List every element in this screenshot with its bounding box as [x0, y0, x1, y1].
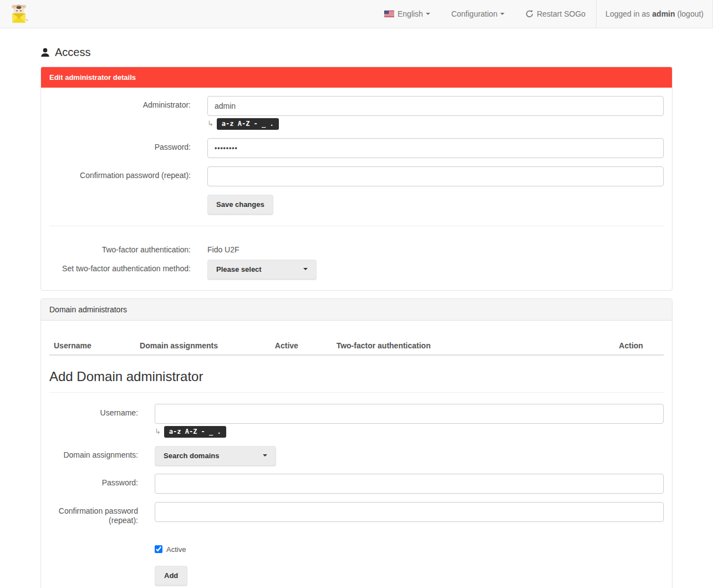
add-username-label: Username: — [49, 404, 155, 438]
add-button[interactable]: Add — [155, 566, 187, 585]
confirm-password-label: Confirmation password (repeat): — [49, 166, 207, 186]
configuration-label: Configuration — [451, 9, 497, 18]
col-header-username: Username — [49, 337, 135, 355]
save-changes-button[interactable]: Save changes — [207, 195, 273, 214]
hint-arrow-icon: ↳ — [207, 119, 213, 128]
add-password-label: Password: — [49, 474, 155, 494]
confirm-password-input[interactable] — [207, 166, 664, 186]
domain-admins-panel-heading: Domain administrators — [41, 299, 672, 321]
administrator-label: Administrator: — [49, 96, 207, 130]
tfa-method-select-label: Please select — [216, 265, 262, 273]
confirm-password-row: Confirmation password (repeat): — [49, 166, 664, 186]
restart-sogo-label: Restart SOGo — [537, 9, 585, 18]
add-confirm-password-input[interactable] — [155, 502, 664, 522]
chevron-down-icon — [426, 13, 430, 15]
access-title-text: Access — [55, 46, 90, 59]
edit-admin-panel: Edit administrator details Administrator… — [40, 67, 673, 291]
password-label: Password: — [49, 138, 207, 158]
tfa-method-row: Set two-factor authentication method: Pl… — [49, 260, 664, 279]
language-menu[interactable]: English — [374, 0, 441, 28]
tfa-method-select[interactable]: Please select — [207, 260, 317, 279]
add-domain-admin-title: Add Domain administrator — [49, 369, 664, 393]
domain-admins-panel: Domain administrators Username Domain as… — [40, 298, 673, 588]
add-password-row: Password: — [49, 474, 664, 494]
add-confirm-password-label: Confirmation password (repeat): — [49, 502, 155, 526]
add-bottom-row: Active Add — [49, 534, 664, 585]
username-allowed-chars-badge: a-z A-Z - _ . — [217, 118, 279, 130]
edit-admin-panel-heading: Edit administrator details — [41, 67, 672, 88]
password-row: Password: — [49, 138, 664, 158]
top-navbar: English Configuration Restart SOGo Logge… — [0, 0, 713, 28]
us-flag-icon — [384, 11, 394, 17]
chevron-down-icon — [500, 13, 505, 15]
restart-sogo-link[interactable]: Restart SOGo — [515, 0, 596, 28]
add-username-hint-row: ↳ a-z A-Z - _ . — [155, 426, 664, 438]
access-section-title: Access — [40, 46, 673, 59]
tfa-status-row: Two-factor authentication: Fido U2F — [49, 241, 664, 255]
hint-arrow-icon: ↳ — [155, 427, 161, 435]
password-input[interactable] — [207, 138, 664, 158]
chevron-down-icon — [303, 268, 308, 270]
administrator-input[interactable] — [207, 96, 664, 116]
add-username-allowed-chars-badge: a-z A-Z - _ . — [164, 426, 226, 438]
active-checkbox-label: Active — [166, 545, 186, 554]
add-domains-label: Domain assignments: — [49, 446, 155, 465]
domain-admins-table: Username Domain assignments Active Two-f… — [49, 337, 664, 356]
mailcow-logo[interactable] — [0, 0, 38, 28]
logged-in-user: admin — [652, 9, 675, 18]
edit-admin-panel-body: Administrator: ↳ a-z A-Z - _ . Password:… — [41, 88, 672, 290]
col-header-active: Active — [271, 337, 332, 355]
mailcow-logo-icon — [8, 2, 30, 26]
add-confirm-password-row: Confirmation password (repeat): — [49, 502, 664, 526]
active-checkbox[interactable] — [155, 545, 162, 553]
add-username-input[interactable] — [155, 404, 664, 424]
logged-in-status: Logged in as admin (logout) — [596, 0, 713, 28]
table-header-row: Username Domain assignments Active Two-f… — [49, 337, 664, 355]
tfa-status-value: Fido U2F — [207, 241, 664, 255]
col-header-domain-assignments: Domain assignments — [135, 337, 271, 355]
domain-admins-panel-body: Username Domain assignments Active Two-f… — [41, 321, 672, 588]
administrator-row: Administrator: ↳ a-z A-Z - _ . — [49, 96, 664, 130]
logout-link[interactable]: (logout) — [678, 9, 704, 18]
search-domains-select[interactable]: Search domains — [155, 446, 276, 465]
username-hint-row: ↳ a-z A-Z - _ . — [207, 118, 664, 130]
main-container: Access Edit administrator details Admini… — [40, 46, 673, 588]
col-header-action: Action — [614, 337, 664, 355]
tfa-set-method-label: Set two-factor authentication method: — [49, 260, 207, 279]
col-header-two-factor: Two-factor authentication — [332, 337, 615, 355]
add-username-row: Username: ↳ a-z A-Z - _ . — [49, 404, 664, 438]
logged-in-prefix: Logged in as — [605, 9, 650, 18]
active-checkbox-row: Active — [155, 545, 664, 554]
chevron-down-icon — [263, 454, 267, 457]
add-password-input[interactable] — [155, 474, 664, 494]
save-row: Save changes — [49, 195, 664, 214]
refresh-icon — [526, 10, 533, 18]
user-icon — [40, 48, 50, 57]
add-domains-row: Domain assignments: Search domains — [49, 446, 664, 465]
configuration-menu[interactable]: Configuration — [441, 0, 515, 28]
tfa-status-label: Two-factor authentication: — [49, 241, 207, 255]
tfa-divider — [49, 226, 664, 226]
language-label: English — [398, 9, 423, 18]
search-domains-select-label: Search domains — [164, 452, 219, 460]
